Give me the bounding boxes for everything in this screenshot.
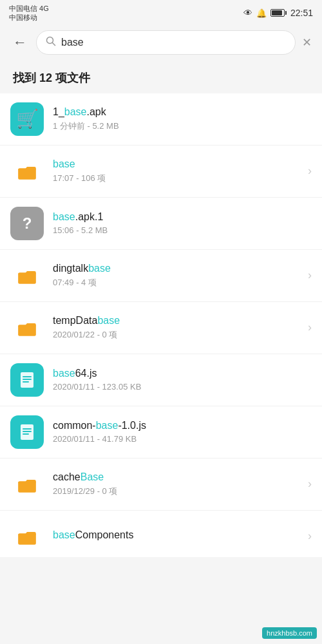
svg-rect-4	[18, 325, 36, 336]
file-info: base64.js 2020/01/11 - 123.05 KB	[53, 368, 312, 392]
result-count: 找到 12 项文件	[0, 60, 322, 93]
list-item[interactable]: ? base.apk.1 15:06 - 5.2 MB	[0, 198, 322, 250]
file-meta: 2020/01/22 - 0 项	[53, 329, 303, 341]
file-info: base.apk.1 15:06 - 5.2 MB	[53, 211, 312, 235]
svg-rect-8	[23, 381, 29, 383]
file-info: baseComponents	[53, 529, 303, 544]
file-info: common-base-1.0.js 2020/01/11 - 41.79 KB	[53, 420, 312, 444]
file-info: tempDatabase 2020/01/22 - 0 项	[53, 315, 303, 341]
file-meta: 07:49 - 4 项	[53, 277, 303, 289]
file-meta: 2020/01/11 - 123.05 KB	[53, 382, 312, 392]
file-name: base.apk.1	[53, 211, 312, 223]
file-name: baseComponents	[53, 529, 303, 541]
file-info: dingtalkbase 07:49 - 4 项	[53, 263, 303, 289]
svg-rect-6	[23, 376, 32, 377]
file-meta: 2020/01/11 - 41.79 KB	[53, 434, 312, 444]
file-name: base	[53, 158, 303, 170]
highlight-text: base	[64, 106, 87, 117]
svg-rect-12	[23, 433, 29, 435]
file-name: tempDatabase	[53, 315, 303, 327]
file-icon-doc	[10, 363, 44, 397]
back-button[interactable]: ←	[10, 33, 30, 52]
chevron-right-icon: ›	[308, 164, 312, 178]
notification-icon: 🔔	[256, 8, 267, 18]
chevron-right-icon: ›	[308, 477, 312, 491]
svg-rect-13	[18, 481, 36, 492]
status-bar: 中国电信 4G 中国移动 👁 🔔 22:51	[0, 0, 322, 25]
file-name: base64.js	[53, 368, 312, 379]
file-name: common-base-1.0.js	[53, 420, 312, 431]
file-name: dingtalkbase	[53, 263, 303, 274]
eye-icon: 👁	[243, 8, 252, 18]
list-item[interactable]: 🛒 1_base.apk 1 分钟前 - 5.2 MB	[0, 93, 322, 146]
file-icon-folder	[10, 468, 44, 501]
file-info: 1_base.apk 1 分钟前 - 5.2 MB	[53, 106, 312, 132]
file-list: 🛒 1_base.apk 1 分钟前 - 5.2 MB base 17:07 -…	[0, 93, 322, 557]
list-item[interactable]: base 17:07 - 106 项 ›	[0, 146, 322, 198]
watermark: hnzkhbsb.com	[262, 627, 317, 639]
clear-button[interactable]: ✕	[302, 35, 312, 50]
chevron-right-icon: ›	[308, 321, 312, 334]
svg-rect-14	[18, 533, 36, 544]
file-icon-app: 🛒	[10, 102, 44, 136]
list-item[interactable]: tempDatabase 2020/01/22 - 0 项 ›	[0, 302, 322, 354]
file-meta: 17:07 - 106 项	[53, 173, 303, 184]
file-meta: 2019/12/29 - 0 项	[53, 486, 303, 497]
svg-rect-2	[18, 168, 36, 179]
search-input[interactable]	[61, 37, 286, 48]
svg-line-1	[53, 43, 55, 45]
chevron-right-icon: ›	[308, 529, 312, 543]
file-icon-doc	[10, 415, 44, 449]
search-icon	[46, 36, 56, 49]
search-input-container[interactable]	[36, 30, 296, 55]
file-name: 1_base.apk	[53, 106, 312, 118]
list-item[interactable]: cacheBase 2019/12/29 - 0 项 ›	[0, 459, 322, 511]
file-info: cacheBase 2019/12/29 - 0 项	[53, 471, 303, 497]
file-name: cacheBase	[53, 471, 303, 483]
file-icon-folder	[10, 520, 44, 553]
file-icon-folder	[10, 311, 44, 345]
file-icon-unknown: ?	[10, 207, 44, 240]
list-item[interactable]: baseComponents ›	[0, 511, 322, 557]
svg-rect-7	[23, 379, 32, 380]
svg-rect-3	[18, 272, 36, 283]
file-icon-folder	[10, 259, 44, 292]
search-bar: ← ✕	[0, 25, 322, 60]
svg-rect-10	[23, 428, 32, 430]
file-icon-folder	[10, 155, 44, 188]
list-item[interactable]: base64.js 2020/01/11 - 123.05 KB	[0, 354, 322, 406]
list-item[interactable]: common-base-1.0.js 2020/01/11 - 41.79 KB	[0, 406, 322, 459]
list-item[interactable]: dingtalkbase 07:49 - 4 项 ›	[0, 250, 322, 302]
file-info: base 17:07 - 106 项	[53, 158, 303, 184]
status-icons: 👁 🔔 22:51	[243, 8, 313, 18]
carrier-info: 中国电信 4G 中国移动	[9, 4, 49, 23]
battery-icon	[270, 9, 287, 17]
chevron-right-icon: ›	[308, 269, 312, 282]
svg-rect-11	[23, 431, 32, 432]
file-meta: 1 分钟前 - 5.2 MB	[53, 120, 312, 132]
time-display: 22:51	[290, 8, 313, 18]
file-meta: 15:06 - 5.2 MB	[53, 225, 312, 235]
